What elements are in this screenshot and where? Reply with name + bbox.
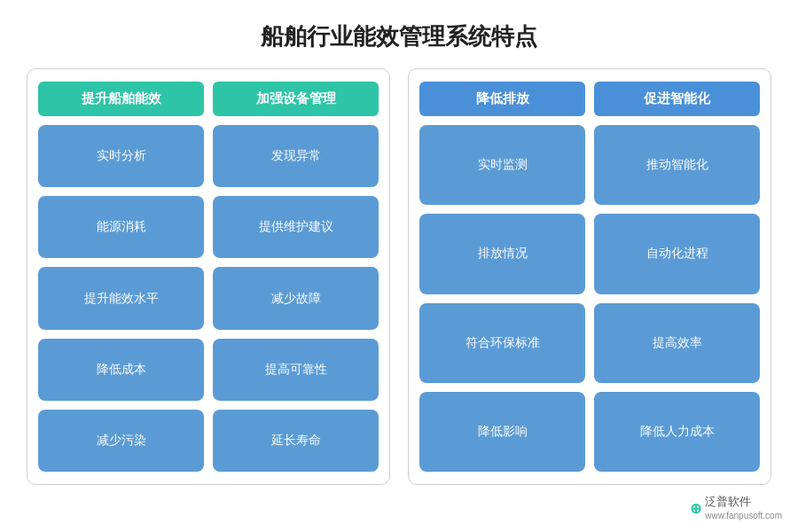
item-col1-4[interactable]: 降低成本 bbox=[38, 339, 204, 401]
main-container: 提升船舶能效 实时分析 能源消耗 提升能效水平 降低成本 减少污染 加强设备管理… bbox=[27, 68, 771, 485]
header-col4[interactable]: 促进智能化 bbox=[594, 82, 760, 116]
item-col2-2[interactable]: 提供维护建议 bbox=[213, 196, 379, 258]
item-col1-3[interactable]: 提升能效水平 bbox=[38, 267, 204, 329]
watermark-text: 泛普软件 www.fanpusoft.com bbox=[705, 495, 782, 521]
header-col2[interactable]: 加强设备管理 bbox=[213, 82, 379, 116]
item-col2-1[interactable]: 发现异常 bbox=[213, 125, 379, 187]
page-title: 船舶行业能效管理系统特点 bbox=[0, 0, 798, 68]
item-col4-3[interactable]: 提高效率 bbox=[594, 303, 760, 383]
column-2: 加强设备管理 发现异常 提供维护建议 减少故障 提高可靠性 延长寿命 bbox=[213, 82, 379, 472]
item-col4-4[interactable]: 降低人力成本 bbox=[594, 392, 760, 472]
column-1: 提升船舶能效 实时分析 能源消耗 提升能效水平 降低成本 减少污染 bbox=[38, 82, 204, 472]
watermark-url: www.fanpusoft.com bbox=[705, 510, 782, 521]
watermark-logo-icon: ⊕ bbox=[690, 500, 701, 517]
item-col4-2[interactable]: 自动化进程 bbox=[594, 214, 760, 293]
header-col1[interactable]: 提升船舶能效 bbox=[38, 82, 204, 116]
item-col3-3[interactable]: 符合环保标准 bbox=[419, 303, 585, 383]
watermark-name: 泛普软件 bbox=[705, 495, 782, 510]
column-4: 促进智能化 推动智能化 自动化进程 提高效率 降低人力成本 bbox=[594, 82, 760, 472]
item-col2-4[interactable]: 提高可靠性 bbox=[213, 339, 379, 401]
item-col3-2[interactable]: 排放情况 bbox=[419, 214, 585, 293]
header-col3[interactable]: 降低排放 bbox=[419, 82, 585, 116]
right-panel: 降低排放 实时监测 排放情况 符合环保标准 降低影响 促进智能化 推动智能化 自… bbox=[408, 68, 771, 485]
column-3: 降低排放 实时监测 排放情况 符合环保标准 降低影响 bbox=[419, 82, 585, 472]
item-col3-4[interactable]: 降低影响 bbox=[419, 392, 585, 472]
item-col2-3[interactable]: 减少故障 bbox=[213, 267, 379, 329]
item-col2-5[interactable]: 延长寿命 bbox=[213, 410, 379, 472]
item-col4-1[interactable]: 推动智能化 bbox=[594, 125, 760, 205]
item-col1-2[interactable]: 能源消耗 bbox=[38, 196, 204, 258]
watermark: ⊕ 泛普软件 www.fanpusoft.com bbox=[690, 495, 782, 521]
item-col1-1[interactable]: 实时分析 bbox=[38, 125, 204, 187]
item-col1-5[interactable]: 减少污染 bbox=[38, 410, 204, 472]
left-panel: 提升船舶能效 实时分析 能源消耗 提升能效水平 降低成本 减少污染 加强设备管理… bbox=[27, 68, 390, 485]
item-col3-1[interactable]: 实时监测 bbox=[419, 125, 585, 205]
